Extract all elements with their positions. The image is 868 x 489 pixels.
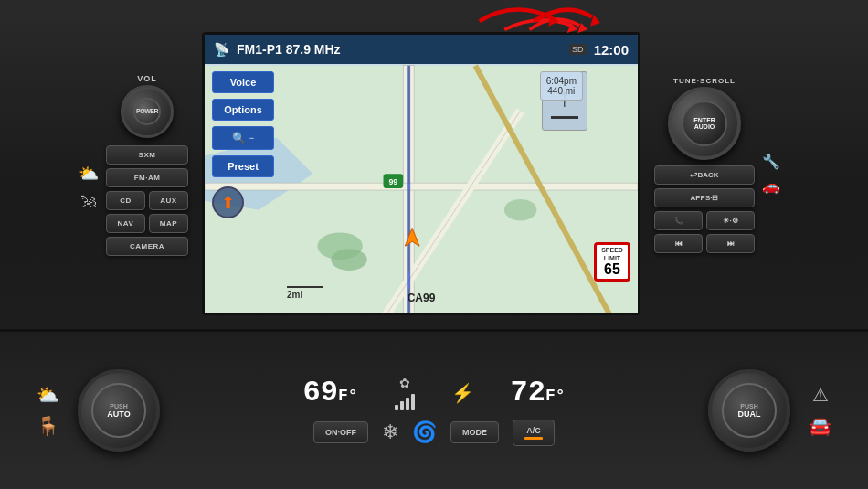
fan-bar-1: [395, 405, 398, 410]
defrost-front-icon[interactable]: ⛅: [79, 164, 99, 184]
on-off-button[interactable]: ON·OFF: [313, 421, 368, 443]
options-button[interactable]: Options: [212, 99, 274, 121]
map-area[interactable]: 99 Voice Options 🔍 −: [205, 64, 638, 315]
fan-speed-indicator: ✿: [395, 376, 415, 410]
airflow-mode-icon[interactable]: ⚡: [451, 382, 474, 404]
tune-scroll-container: TUNE·SCROLL ENTER AUDIO: [668, 77, 741, 160]
radio-icon: 📡: [214, 42, 229, 57]
speed-limit-sign: SPEEDLIMIT 65: [594, 242, 630, 282]
scale-bar: [287, 286, 323, 288]
seat-heat-icon[interactable]: 🪑: [37, 415, 59, 437]
sd-badge: SD: [569, 44, 587, 55]
route-eta: 6:04pm: [546, 76, 577, 86]
center-hvac-controls: 69F° ✿ ⚡ 72F°: [178, 376, 690, 446]
vol-knob[interactable]: POWER: [121, 85, 174, 138]
map-scale: 2mi: [287, 286, 323, 300]
fan-high-icon[interactable]: 🌀: [412, 420, 437, 444]
vol-knob-container: VOL POWER: [121, 74, 174, 138]
fan-bar-2: [400, 401, 404, 410]
ac-label: A/C: [526, 426, 541, 435]
compass-container: ⬆: [212, 186, 274, 218]
camera-button[interactable]: CAMERA: [106, 237, 188, 256]
dual-label: DUAL: [738, 409, 761, 419]
left-side-icons: ⛅ 🌬: [79, 164, 99, 212]
nav-button[interactable]: NAV: [106, 214, 145, 233]
temp-display: 69F° ✿ ⚡ 72F°: [302, 376, 565, 410]
apps-button[interactable]: APPS·⊞: [654, 188, 755, 207]
engine-icon[interactable]: 🔧: [762, 153, 780, 170]
preset-button[interactable]: Preset: [212, 155, 274, 177]
radio-station: FM1-P1 87.9 MHz: [237, 42, 562, 57]
left-hvac-icons: ⛅ 🪑: [37, 384, 59, 437]
auto-push-label: PUSH: [110, 403, 127, 409]
right-hvac-icons: ⚠ 🚘: [809, 384, 831, 437]
main-screen: 📡 FM1-P1 87.9 MHz SD 12:00: [202, 32, 640, 315]
ac-indicator: [524, 437, 543, 440]
sxm-button[interactable]: SXM: [106, 145, 188, 165]
scale-label: 2mi: [287, 290, 302, 300]
next-track-button[interactable]: ⏭: [706, 234, 755, 253]
auto-knob[interactable]: PUSH AUTO: [78, 369, 160, 452]
engine-warning-icon[interactable]: ⚠: [812, 384, 829, 406]
prev-track-button[interactable]: ⏮: [654, 234, 703, 253]
back-button[interactable]: ⮐BACK: [654, 165, 755, 185]
svg-point-15: [504, 199, 537, 221]
hvac-buttons: ON·OFF ❄ 🌀 MODE A/C: [313, 420, 555, 446]
fan-bar-3: [406, 398, 409, 410]
car-rear-icon[interactable]: 🚘: [809, 415, 831, 437]
map-button[interactable]: MAP: [149, 214, 188, 233]
display-button[interactable]: ☀·⚙: [706, 211, 755, 230]
defrost-windshield-icon[interactable]: ⛅: [37, 384, 59, 406]
screen-header: 📡 FM1-P1 87.9 MHz SD 12:00: [205, 35, 638, 64]
car-front-icon[interactable]: 🚗: [762, 177, 780, 195]
right-side-icons: 🔧 🚗: [762, 153, 780, 195]
fan-bar-4: [411, 394, 415, 410]
vol-label: VOL: [137, 74, 157, 83]
ac-button[interactable]: A/C: [513, 420, 555, 446]
top-section: ⛅ 🌬 VOL POWER SXM FM·AM CD AUX NAV MAP C…: [0, 0, 868, 329]
defrost-rear-icon[interactable]: 🌬: [80, 193, 97, 212]
clock-display: 12:00: [594, 42, 629, 58]
dashboard: ⛅ 🌬 VOL POWER SXM FM·AM CD AUX NAV MAP C…: [0, 0, 868, 489]
auto-inner: PUSH AUTO: [91, 383, 146, 438]
cd-button[interactable]: CD: [106, 191, 145, 210]
fan-icon: ✿: [399, 376, 410, 390]
zoom-button[interactable]: 🔍 −: [212, 126, 274, 150]
dual-knob[interactable]: PUSH DUAL: [708, 369, 790, 452]
right-temp-number: 72: [511, 376, 545, 409]
route-info: 6:04pm 440 mi: [540, 71, 583, 101]
svg-text:99: 99: [388, 177, 397, 186]
auto-label: AUTO: [107, 409, 130, 419]
zoom-out-icon: −: [249, 133, 254, 143]
road-name: CA99: [408, 292, 436, 304]
right-temp-unit: F°: [545, 387, 566, 405]
fan-low-icon[interactable]: ❄: [382, 420, 398, 444]
left-temp-number: 69: [302, 376, 337, 409]
left-controls: VOL POWER SXM FM·AM CD AUX NAV MAP CAMER…: [106, 74, 188, 256]
fan-bars: [395, 392, 415, 410]
left-temp-unit: F°: [338, 387, 358, 405]
speed-limit-value: 65: [597, 262, 628, 277]
mode-button[interactable]: MODE: [450, 421, 499, 443]
voice-button[interactable]: Voice: [212, 71, 274, 93]
screen-container: 📡 FM1-P1 87.9 MHz SD 12:00: [202, 32, 640, 315]
fm-am-button[interactable]: FM·AM: [106, 168, 188, 187]
turn-divider: [551, 116, 578, 119]
power-label: POWER: [133, 98, 161, 125]
compass-icon[interactable]: ⬆: [212, 186, 244, 218]
zoom-in-icon: 🔍: [232, 132, 246, 144]
aux-button[interactable]: AUX: [149, 191, 188, 210]
screen-sidebar: Voice Options 🔍 − Preset ⬆: [212, 71, 274, 218]
svg-point-14: [331, 249, 367, 271]
tune-scroll-knob[interactable]: ENTER AUDIO: [668, 87, 741, 160]
route-distance: 440 mi: [546, 86, 577, 96]
svg-marker-19: [590, 15, 600, 27]
auto-knob-container: PUSH AUTO: [78, 369, 160, 452]
left-button-grid: SXM FM·AM CD AUX NAV MAP CAMERA: [106, 145, 188, 256]
right-controls: TUNE·SCROLL ENTER AUDIO ⮐BACK APPS·⊞ 📞 ☀…: [654, 77, 755, 253]
enter-audio-label: ENTER AUDIO: [682, 101, 727, 146]
tune-scroll-label: TUNE·SCROLL: [668, 77, 741, 85]
dual-push-label: PUSH: [740, 403, 757, 409]
phone-button[interactable]: 📞: [654, 211, 703, 230]
speed-limit-label: SPEEDLIMIT: [597, 247, 628, 262]
